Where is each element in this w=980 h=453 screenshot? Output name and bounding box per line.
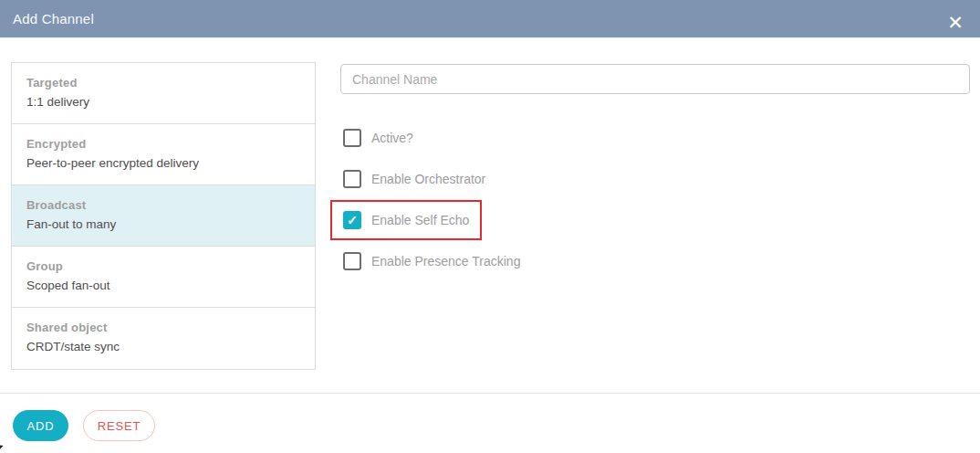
checkbox-row[interactable]: ✓ Enable Presence Tracking bbox=[330, 241, 533, 281]
checkbox-row[interactable]: ✓ Enable Self Echo bbox=[330, 200, 482, 240]
channel-name-input[interactable] bbox=[340, 64, 970, 94]
checkbox[interactable]: ✓ bbox=[343, 170, 361, 188]
reset-button[interactable]: RESET bbox=[83, 410, 155, 441]
channel-type-title: Group bbox=[26, 259, 300, 273]
channel-type-item[interactable]: Broadcast Fan-out to many bbox=[12, 185, 315, 247]
channel-type-item[interactable]: Encrypted Peer-to-peer encrypted deliver… bbox=[12, 124, 315, 185]
checkbox[interactable]: ✓ bbox=[343, 252, 361, 270]
cursor-artifact bbox=[0, 445, 8, 453]
checkbox-label: Enable Self Echo bbox=[371, 213, 469, 227]
channel-type-item[interactable]: Group Scoped fan-out bbox=[12, 247, 315, 308]
checkbox-label: Enable Presence Tracking bbox=[371, 254, 520, 269]
checkbox[interactable]: ✓ bbox=[343, 211, 361, 229]
channel-type-item[interactable]: Targeted 1:1 delivery bbox=[12, 63, 315, 124]
checkmark-icon: ✓ bbox=[347, 214, 358, 226]
checkbox-label: Active? bbox=[371, 131, 413, 145]
checkbox-row[interactable]: ✓ Enable Orchestrator bbox=[330, 159, 498, 199]
channel-type-title: Broadcast bbox=[26, 198, 300, 212]
channel-type-subtitle: Fan-out to many bbox=[26, 217, 300, 231]
close-icon[interactable]: ✕ bbox=[944, 11, 967, 35]
checkbox[interactable]: ✓ bbox=[343, 129, 361, 147]
dialog-header: Add Channel ✕ bbox=[0, 0, 980, 38]
add-channel-dialog: Add Channel ✕ Targeted 1:1 delivery Encr… bbox=[0, 0, 980, 453]
channel-type-subtitle: 1:1 delivery bbox=[26, 95, 300, 109]
checkbox-label: Enable Orchestrator bbox=[371, 172, 485, 186]
channel-type-subtitle: CRDT/state sync bbox=[26, 340, 300, 353]
channel-type-title: Encrypted bbox=[26, 137, 300, 151]
channel-type-subtitle: Scoped fan-out bbox=[26, 279, 300, 292]
channel-type-title: Shared object bbox=[26, 321, 300, 334]
footer-actions: ADD RESET bbox=[13, 410, 155, 441]
checkbox-group: ✓ Active? ✓ Enable Orchestrator ✓ Enable… bbox=[330, 118, 533, 282]
channel-type-title: Targeted bbox=[26, 76, 300, 90]
dialog-title: Add Channel bbox=[13, 11, 94, 26]
channel-type-list: Targeted 1:1 delivery Encrypted Peer-to-… bbox=[11, 62, 316, 370]
footer-divider bbox=[0, 393, 980, 394]
add-button[interactable]: ADD bbox=[13, 410, 68, 441]
channel-type-subtitle: Peer-to-peer encrypted delivery bbox=[26, 156, 300, 170]
checkbox-row[interactable]: ✓ Active? bbox=[330, 118, 426, 158]
channel-type-item[interactable]: Shared object CRDT/state sync bbox=[12, 308, 315, 369]
